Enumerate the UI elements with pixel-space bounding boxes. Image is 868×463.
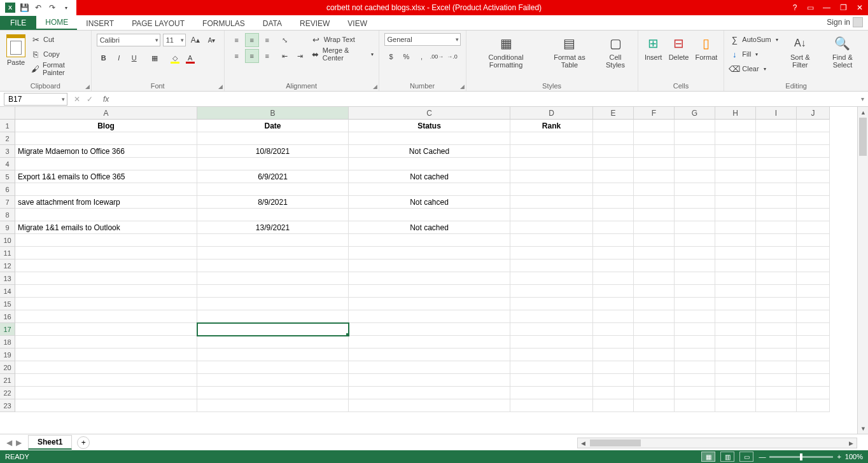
zoom-slider[interactable]	[769, 456, 833, 458]
cell[interactable]	[634, 259, 675, 272]
cell[interactable]	[634, 349, 675, 361]
fill-button[interactable]: ↓Fill▾	[729, 48, 778, 60]
vertical-scrollbar[interactable]: ▲ ▼	[857, 107, 868, 434]
cell[interactable]	[197, 272, 349, 285]
zoom-in-icon[interactable]: +	[837, 453, 841, 460]
align-top-button[interactable]: ≡	[230, 33, 244, 47]
cell[interactable]	[797, 336, 830, 349]
cell[interactable]	[756, 183, 797, 196]
cell[interactable]	[756, 170, 797, 183]
cell[interactable]	[593, 158, 634, 170]
cell[interactable]	[15, 234, 197, 247]
merge-center-button[interactable]: ⬌Merge & Center▾	[311, 48, 374, 60]
cell[interactable]	[756, 285, 797, 298]
cell[interactable]	[349, 158, 510, 170]
align-left-button[interactable]: ≡	[230, 49, 244, 63]
cell[interactable]	[510, 259, 593, 272]
cell[interactable]	[510, 298, 593, 310]
increase-font-button[interactable]: A▴	[188, 33, 202, 47]
cell[interactable]	[634, 170, 675, 183]
zoom-control[interactable]: — + 100%	[759, 453, 863, 460]
cell[interactable]	[510, 234, 593, 247]
cell[interactable]	[756, 374, 797, 387]
copy-button[interactable]: ⎘Copy	[31, 48, 86, 60]
cell[interactable]	[797, 259, 830, 272]
cell[interactable]	[593, 361, 634, 374]
cell[interactable]	[510, 323, 593, 336]
cell[interactable]	[593, 399, 634, 412]
column-header[interactable]: A	[15, 107, 197, 120]
row-header[interactable]: 16	[0, 310, 15, 323]
cell[interactable]	[510, 387, 593, 399]
cell[interactable]	[756, 323, 797, 336]
cell[interactable]	[197, 132, 349, 145]
orientation-button[interactable]: ⤡	[278, 33, 292, 47]
column-header[interactable]: H	[715, 107, 756, 120]
cell[interactable]	[510, 132, 593, 145]
row-header[interactable]: 8	[0, 209, 15, 221]
tab-view[interactable]: VIEW	[339, 17, 376, 30]
cell[interactable]	[756, 120, 797, 132]
find-select-button[interactable]: 🔍Find & Select	[822, 33, 863, 70]
format-cells-button[interactable]: ▯Format	[694, 33, 718, 62]
cell[interactable]	[593, 120, 634, 132]
column-header[interactable]: G	[675, 107, 715, 120]
cell[interactable]	[715, 361, 756, 374]
cell[interactable]	[715, 221, 756, 234]
row-header[interactable]: 15	[0, 298, 15, 310]
row-header[interactable]: 10	[0, 234, 15, 247]
format-as-table-button[interactable]: ▤Format as Table	[545, 33, 595, 70]
cell[interactable]: Migrate 1&1 emails to Outlook	[15, 221, 197, 234]
sheet-tab[interactable]: Sheet1	[28, 435, 72, 450]
hscroll-left-icon[interactable]: ◀	[578, 440, 589, 446]
cell[interactable]	[197, 183, 349, 196]
cell[interactable]	[675, 323, 715, 336]
sort-filter-button[interactable]: A↓Sort & Filter	[782, 33, 818, 70]
cell[interactable]	[675, 310, 715, 323]
cell[interactable]	[634, 323, 675, 336]
cell[interactable]: 13/9/2021	[197, 221, 349, 234]
row-header[interactable]: 21	[0, 374, 15, 387]
normal-view-button[interactable]: ▦	[701, 452, 715, 462]
cell[interactable]	[15, 259, 197, 272]
cell[interactable]	[593, 349, 634, 361]
cell[interactable]	[593, 170, 634, 183]
cell[interactable]	[675, 374, 715, 387]
cell[interactable]	[675, 336, 715, 349]
column-header[interactable]: I	[756, 107, 797, 120]
cancel-formula-icon[interactable]: ✕	[74, 95, 80, 104]
cell[interactable]	[797, 272, 830, 285]
cell[interactable]	[675, 361, 715, 374]
cell[interactable]	[197, 336, 349, 349]
cell[interactable]	[510, 349, 593, 361]
alignment-dialog-launcher[interactable]: ◢	[373, 83, 377, 90]
cell[interactable]	[349, 234, 510, 247]
row-header[interactable]: 2	[0, 132, 15, 145]
cell[interactable]	[15, 285, 197, 298]
font-size-select[interactable]: 11	[163, 34, 186, 46]
cell[interactable]	[675, 183, 715, 196]
cell-styles-button[interactable]: ▢Cell Styles	[598, 33, 632, 70]
cell[interactable]	[634, 132, 675, 145]
cell[interactable]	[510, 221, 593, 234]
cell[interactable]: Not Cached	[349, 145, 510, 158]
cell[interactable]	[756, 387, 797, 399]
column-header[interactable]: F	[634, 107, 675, 120]
sign-in[interactable]: Sign in	[827, 17, 863, 27]
cell[interactable]	[715, 209, 756, 221]
close-icon[interactable]: ✕	[851, 0, 868, 15]
cell[interactable]	[715, 259, 756, 272]
row-header[interactable]: 22	[0, 387, 15, 399]
cell[interactable]	[510, 196, 593, 209]
cell[interactable]	[634, 298, 675, 310]
tab-scroll-right-icon[interactable]: ▶	[16, 438, 22, 447]
cell[interactable]	[510, 374, 593, 387]
fx-icon[interactable]: fx	[99, 95, 113, 104]
cell[interactable]	[15, 374, 197, 387]
cell[interactable]: Blog	[15, 120, 197, 132]
cell[interactable]	[197, 399, 349, 412]
cell[interactable]	[349, 272, 510, 285]
cell[interactable]	[675, 209, 715, 221]
column-header[interactable]: J	[797, 107, 830, 120]
cell[interactable]	[675, 349, 715, 361]
